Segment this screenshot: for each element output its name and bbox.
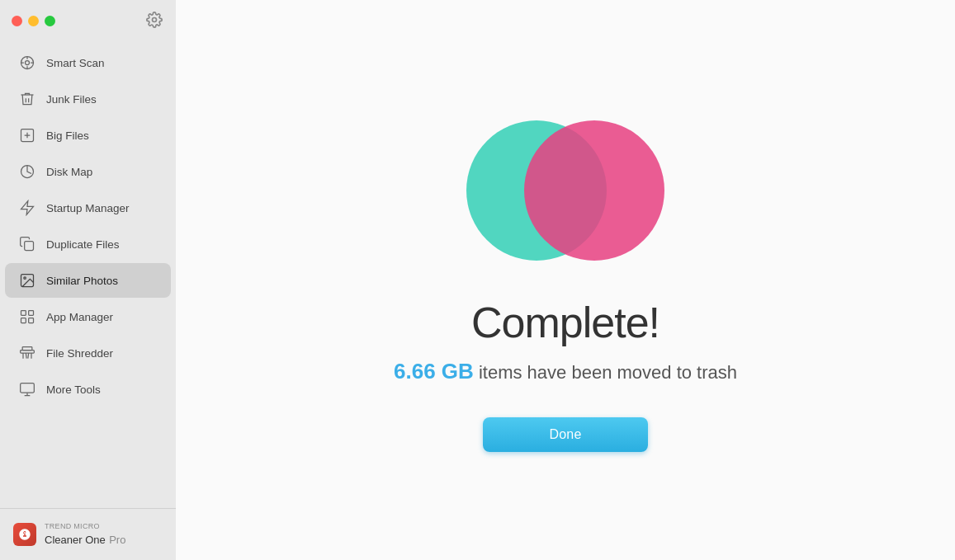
sidebar-item-smart-scan-label: Smart Scan [46, 57, 105, 69]
svg-point-0 [153, 18, 157, 22]
sidebar-item-big-files-label: Big Files [46, 129, 89, 142]
brand-footer: TREND MICRO Cleaner One Pro [0, 508, 176, 560]
subtitle-text: items have been moved to trash [479, 362, 737, 383]
app-manager-icon [18, 308, 36, 326]
smart-scan-icon [18, 54, 36, 72]
sidebar-item-app-manager-label: App Manager [46, 311, 113, 323]
brand-product-name: Cleaner One [45, 534, 106, 546]
close-button[interactable] [12, 16, 22, 26]
sidebar-item-file-shredder-label: File Shredder [46, 347, 113, 360]
sidebar-item-duplicate-label: Duplicate Files [46, 238, 120, 251]
svg-rect-10 [29, 311, 34, 316]
sidebar-item-junk-files-label: Junk Files [46, 93, 97, 106]
sidebar-item-more-tools[interactable]: More Tools [5, 372, 171, 407]
amount-highlight: 6.66 GB [394, 359, 474, 384]
complete-title: Complete! [471, 298, 660, 347]
maximize-button[interactable] [45, 16, 55, 26]
svg-rect-15 [21, 384, 35, 393]
minimize-button[interactable] [28, 16, 39, 26]
sidebar-item-junk-files[interactable]: Junk Files [5, 82, 171, 116]
circle-right [524, 120, 664, 261]
sidebar-item-duplicate-files[interactable]: Duplicate Files [5, 227, 171, 261]
brand-logo-icon [13, 523, 36, 546]
brand-tier: Pro [109, 534, 125, 546]
svg-rect-12 [29, 318, 34, 323]
sidebar: Smart Scan Junk Files Big [0, 0, 176, 560]
sidebar-item-similar-photos-label: Similar Photos [46, 275, 118, 287]
sidebar-item-big-files[interactable]: Big Files [5, 118, 171, 153]
sidebar-item-similar-photos[interactable]: Similar Photos [5, 263, 171, 298]
sidebar-item-disk-map-label: Disk Map [46, 166, 92, 178]
big-files-icon [18, 126, 36, 144]
svg-rect-14 [22, 347, 32, 351]
brand-text: TREND MICRO Cleaner One Pro [45, 522, 125, 547]
brand-vendor: TREND MICRO [45, 522, 125, 531]
sidebar-item-app-manager[interactable]: App Manager [5, 299, 171, 334]
svg-point-8 [24, 277, 26, 280]
main-content: Complete! 6.66 GB items have been moved … [176, 0, 955, 560]
titlebar [0, 0, 176, 41]
complete-subtitle: 6.66 GB items have been moved to trash [394, 359, 737, 384]
svg-rect-9 [21, 311, 26, 316]
traffic-lights [12, 16, 55, 26]
sidebar-item-startup-manager[interactable]: Startup Manager [5, 191, 171, 225]
duplicate-icon [18, 235, 36, 253]
gear-icon[interactable] [146, 12, 164, 30]
venn-diagram [450, 108, 681, 273]
done-button[interactable]: Done [483, 417, 647, 452]
startup-icon [18, 199, 36, 217]
sidebar-item-file-shredder[interactable]: File Shredder [5, 336, 171, 370]
svg-marker-5 [21, 201, 34, 215]
svg-point-2 [26, 61, 30, 65]
svg-rect-11 [21, 318, 26, 323]
sidebar-item-startup-label: Startup Manager [46, 202, 130, 214]
sidebar-item-disk-map[interactable]: Disk Map [5, 154, 171, 189]
sidebar-item-smart-scan[interactable]: Smart Scan [5, 45, 171, 80]
junk-files-icon [18, 90, 36, 108]
more-tools-icon [18, 380, 36, 398]
photos-icon [18, 271, 36, 289]
shredder-icon [18, 344, 36, 362]
svg-rect-6 [25, 242, 34, 251]
sidebar-item-more-tools-label: More Tools [46, 384, 101, 396]
disk-map-icon [18, 162, 36, 181]
nav-menu: Smart Scan Junk Files Big [0, 41, 176, 508]
